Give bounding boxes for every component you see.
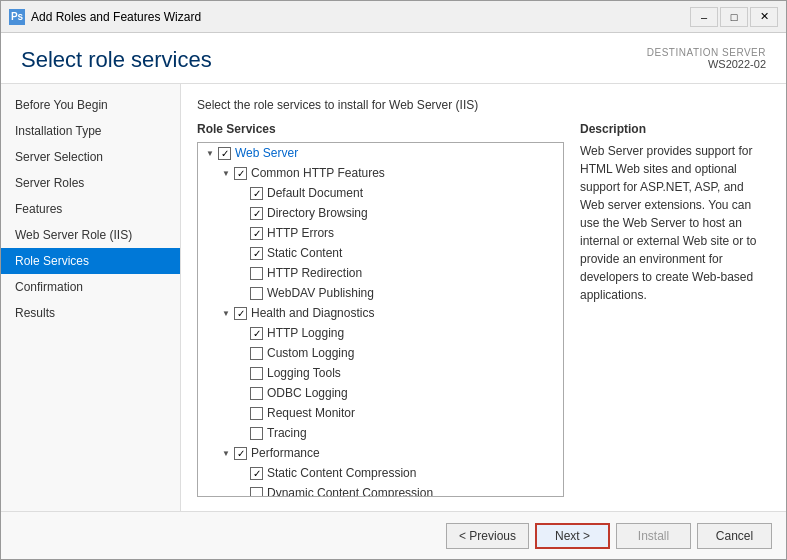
tree-row[interactable]: ODBC Logging — [198, 383, 563, 403]
tree-checkbox[interactable] — [250, 187, 263, 200]
sidebar-item[interactable]: Web Server Role (IIS) — [1, 222, 180, 248]
tree-label: HTTP Errors — [267, 226, 334, 240]
description-text: Web Server provides support for HTML Web… — [580, 142, 770, 304]
header-section: Select role services DESTINATION SERVER … — [1, 33, 786, 84]
tree-label: Default Document — [267, 186, 363, 200]
tree-label: Tracing — [267, 426, 307, 440]
window-title: Add Roles and Features Wizard — [31, 10, 201, 24]
tree-checkbox[interactable] — [250, 427, 263, 440]
tree-label: HTTP Logging — [267, 326, 344, 340]
close-button[interactable]: ✕ — [750, 7, 778, 27]
tree-checkbox[interactable] — [234, 447, 247, 460]
destination-server-name: WS2022-02 — [647, 58, 766, 70]
install-button[interactable]: Install — [616, 523, 691, 549]
tree-expand-icon[interactable] — [234, 205, 250, 221]
tree-row[interactable]: Default Document — [198, 183, 563, 203]
maximize-button[interactable]: □ — [720, 7, 748, 27]
tree-checkbox[interactable] — [250, 367, 263, 380]
tree-label: Static Content Compression — [267, 466, 416, 480]
tree-label: Performance — [251, 446, 320, 460]
tree-row[interactable]: WebDAV Publishing — [198, 283, 563, 303]
tree-checkbox[interactable] — [250, 227, 263, 240]
next-button[interactable]: Next > — [535, 523, 610, 549]
tree-checkbox[interactable] — [250, 327, 263, 340]
tree-expand-icon[interactable] — [234, 285, 250, 301]
wizard-window: Ps Add Roles and Features Wizard – □ ✕ S… — [0, 0, 787, 560]
tree-expand-icon[interactable]: ▼ — [218, 305, 234, 321]
sidebar-item[interactable]: Confirmation — [1, 274, 180, 300]
minimize-button[interactable]: – — [690, 7, 718, 27]
tree-expand-icon[interactable] — [234, 265, 250, 281]
tree-checkbox[interactable] — [250, 407, 263, 420]
tree-expand-icon[interactable]: ▼ — [202, 145, 218, 161]
tree-label: ODBC Logging — [267, 386, 348, 400]
tree-row[interactable]: HTTP Errors — [198, 223, 563, 243]
tree-label: Custom Logging — [267, 346, 354, 360]
sidebar: Before You BeginInstallation TypeServer … — [1, 84, 181, 511]
tree-expand-icon[interactable] — [234, 485, 250, 497]
tree-checkbox[interactable] — [250, 207, 263, 220]
tree-label: Health and Diagnostics — [251, 306, 374, 320]
footer: < Previous Next > Install Cancel — [1, 511, 786, 559]
role-services-header: Role Services — [197, 122, 564, 136]
previous-button[interactable]: < Previous — [446, 523, 529, 549]
destination-server-info: DESTINATION SERVER WS2022-02 — [647, 47, 766, 70]
tree-expand-icon[interactable]: ▼ — [218, 445, 234, 461]
tree-checkbox[interactable] — [250, 487, 263, 498]
description-panel: Description Web Server provides support … — [580, 122, 770, 497]
tree-label: Web Server — [235, 146, 298, 160]
tree-checkbox[interactable] — [250, 387, 263, 400]
tree-checkbox[interactable] — [250, 347, 263, 360]
tree-row[interactable]: ▼Health and Diagnostics — [198, 303, 563, 323]
tree-checkbox[interactable] — [250, 267, 263, 280]
tree-expand-icon[interactable] — [234, 325, 250, 341]
sidebar-item[interactable]: Server Roles — [1, 170, 180, 196]
tree-expand-icon[interactable] — [234, 185, 250, 201]
tree-row[interactable]: Custom Logging — [198, 343, 563, 363]
title-bar: Ps Add Roles and Features Wizard – □ ✕ — [1, 1, 786, 33]
tree-expand-icon[interactable] — [234, 225, 250, 241]
tree-row[interactable]: HTTP Logging — [198, 323, 563, 343]
cancel-button[interactable]: Cancel — [697, 523, 772, 549]
tree-checkbox[interactable] — [234, 307, 247, 320]
tree-expand-icon[interactable] — [234, 425, 250, 441]
tree-checkbox[interactable] — [250, 467, 263, 480]
sidebar-item[interactable]: Results — [1, 300, 180, 326]
tree-checkbox[interactable] — [250, 247, 263, 260]
tree-row[interactable]: Directory Browsing — [198, 203, 563, 223]
tree-row[interactable]: ▼Web Server — [198, 143, 563, 163]
sidebar-item[interactable]: Before You Begin — [1, 92, 180, 118]
sidebar-item[interactable]: Server Selection — [1, 144, 180, 170]
sidebar-item[interactable]: Role Services — [1, 248, 180, 274]
tree-label: Logging Tools — [267, 366, 341, 380]
tree-label: WebDAV Publishing — [267, 286, 374, 300]
tree-row[interactable]: Static Content — [198, 243, 563, 263]
tree-expand-icon[interactable]: ▼ — [218, 165, 234, 181]
tree-label: Static Content — [267, 246, 342, 260]
app-icon: Ps — [9, 9, 25, 25]
tree-expand-icon[interactable] — [234, 245, 250, 261]
tree-expand-icon[interactable] — [234, 345, 250, 361]
tree-row[interactable]: Request Monitor — [198, 403, 563, 423]
tree-expand-icon[interactable] — [234, 405, 250, 421]
tree-expand-icon[interactable] — [234, 365, 250, 381]
tree-container[interactable]: ▼Web Server▼Common HTTP FeaturesDefault … — [197, 142, 564, 497]
tree-row[interactable]: ▼Performance — [198, 443, 563, 463]
tree-checkbox[interactable] — [218, 147, 231, 160]
tree-label: HTTP Redirection — [267, 266, 362, 280]
tree-checkbox[interactable] — [234, 167, 247, 180]
tree-row[interactable]: Tracing — [198, 423, 563, 443]
tree-row[interactable]: Static Content Compression — [198, 463, 563, 483]
tree-checkbox[interactable] — [250, 287, 263, 300]
destination-label: DESTINATION SERVER — [647, 47, 766, 58]
tree-expand-icon[interactable] — [234, 465, 250, 481]
sidebar-item[interactable]: Features — [1, 196, 180, 222]
tree-row[interactable]: Dynamic Content Compression — [198, 483, 563, 497]
sidebar-item[interactable]: Installation Type — [1, 118, 180, 144]
tree-label: Common HTTP Features — [251, 166, 385, 180]
tree-row[interactable]: Logging Tools — [198, 363, 563, 383]
role-services-panel: Role Services ▼Web Server▼Common HTTP Fe… — [197, 122, 564, 497]
tree-row[interactable]: ▼Common HTTP Features — [198, 163, 563, 183]
tree-row[interactable]: HTTP Redirection — [198, 263, 563, 283]
tree-expand-icon[interactable] — [234, 385, 250, 401]
